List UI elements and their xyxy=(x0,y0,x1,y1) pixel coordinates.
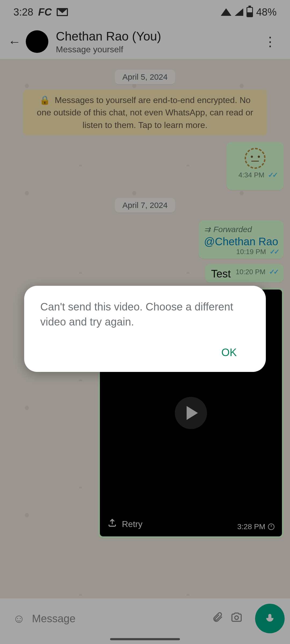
dialog-message: Can't send this video. Choose a differen… xyxy=(40,299,250,329)
error-dialog: Can't send this video. Choose a differen… xyxy=(24,286,266,372)
dialog-ok-button[interactable]: OK xyxy=(208,343,250,362)
nav-handle[interactable] xyxy=(110,638,180,640)
